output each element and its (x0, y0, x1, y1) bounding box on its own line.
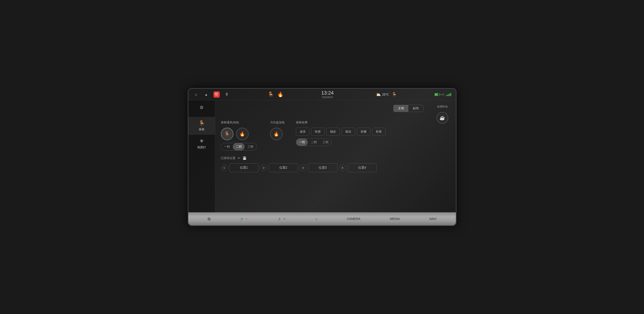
relaxation-button[interactable]: ☕ (436, 112, 448, 124)
navi-label: NAVI (430, 217, 436, 220)
battery-icon (434, 93, 440, 96)
navi-button[interactable]: NAVI (426, 212, 440, 225)
battery-fill (435, 94, 438, 96)
massage-snake[interactable]: 蛇形 (311, 128, 324, 136)
seat-gear-1[interactable]: 一档 (221, 143, 233, 150)
massage-mode-buttons: 波浪 蛇形 猫步 敲击 舒腰 舒肩 (296, 128, 423, 136)
media-button[interactable]: MEDIA (386, 212, 403, 225)
weather-area: ⛅ 25℃ 🪑 (376, 92, 397, 97)
top-center-controls: 🪑 🔥 (268, 92, 284, 98)
seat-heat-icon[interactable]: 🔥 (277, 92, 284, 98)
sidebar-item-seat[interactable]: 🪑 座椅 (188, 117, 215, 135)
clock-area: 13:24 2022/9/19 (321, 90, 334, 98)
massage-shoulder[interactable]: 舒肩 (372, 128, 386, 136)
position-num-1: ① (221, 164, 228, 171)
seat-vent-icon[interactable]: 🪑 (268, 92, 274, 98)
network-label: 4G (441, 93, 445, 96)
relaxation-title: 休憩时光 (437, 105, 448, 108)
date-display: 2022/9/19 (322, 96, 333, 98)
settings-icon[interactable]: ⚙ (200, 105, 204, 110)
temperature-display: 25℃ (382, 93, 389, 96)
time-display: 13:24 (321, 90, 334, 96)
saved-positions-title: 已保存位置 (221, 156, 236, 160)
seat-ventilation-title: 座椅通风/加热 (221, 120, 257, 124)
camera-button[interactable]: CAMERA (344, 212, 364, 225)
edit-icon[interactable]: ✏ (238, 156, 240, 160)
home-button[interactable]: ⌂ (312, 212, 320, 225)
save-icon[interactable]: 💾 (242, 156, 246, 160)
position-btn-3[interactable]: 位置3 (308, 163, 337, 172)
driver-tabs: 主驾 副驾 (393, 105, 423, 112)
seat-sidebar-icon: 🪑 (199, 120, 205, 126)
power-button[interactable]: ⏻ (204, 212, 214, 225)
bottom-bar: ⏻ 🔈 － 🔈 ＋ ⌂ CAMERA MEDIA NAVI (188, 212, 456, 225)
sidebar-item-ambient[interactable]: ✳ 氛围灯 (188, 135, 215, 153)
top-nav-icons: ⌂ ▲ 听 🎙 (193, 92, 230, 98)
microphone-nav-icon[interactable]: 🎙 (224, 92, 230, 98)
seat-ventilation-section: 座椅通风/加热 🪑 🔥 一档 二档 三档 (221, 120, 257, 150)
massage-cat[interactable]: 猫步 (326, 128, 340, 136)
seat-sidebar-label: 座椅 (199, 128, 204, 132)
content-area: 主驾 副驾 座椅通风/加热 🪑 🔥 一档 (215, 100, 429, 212)
right-panel: 休憩时光 ☕ (429, 100, 456, 212)
steering-section: 方向盘加热 🔥 (270, 120, 285, 150)
controls-sections: 座椅通风/加热 🪑 🔥 一档 二档 三档 方向盘加热 (221, 120, 423, 150)
sidebar: ⚙ 🪑 座椅 ✳ 氛围灯 (188, 100, 215, 212)
massage-waist[interactable]: 舒腰 (357, 128, 370, 136)
massage-section: 座椅按摩 波浪 蛇形 猫步 敲击 舒腰 舒肩 一档 二档 三档 (296, 120, 423, 150)
navigation-nav-icon[interactable]: ▲ (203, 92, 210, 98)
massage-gear-2[interactable]: 二档 (308, 139, 320, 146)
seat-gear-selector: 一档 二档 三档 (221, 143, 257, 150)
position-btn-2[interactable]: 位置2 (269, 163, 298, 172)
power-icon: ⏻ (208, 217, 210, 220)
driver-tabs-container: 主驾 副驾 (221, 105, 423, 116)
seat-heat-btn[interactable]: 🔥 (236, 128, 249, 140)
car-infotainment-screen: ⌂ ▲ 听 🎙 🪑 🔥 13:24 2022/9/19 ⛅ 25℃ 🪑 (188, 88, 456, 226)
seat-vent-btn[interactable]: 🪑 (221, 128, 234, 140)
status-bar: ⌂ ▲ 听 🎙 🪑 🔥 13:24 2022/9/19 ⛅ 25℃ 🪑 (188, 89, 456, 100)
signal-bar-4 (450, 93, 451, 96)
seat-comfort-icon: 🪑 (392, 92, 397, 97)
position-num-3: ③ (300, 164, 306, 171)
main-content: ⚙ 🪑 座椅 ✳ 氛围灯 主驾 副驾 (188, 100, 456, 212)
status-icons: 4G (434, 93, 451, 96)
massage-wave[interactable]: 波浪 (296, 128, 309, 136)
seat-gear-2[interactable]: 二档 (233, 143, 244, 150)
seat-icon-buttons: 🪑 🔥 (221, 128, 257, 140)
media-label: MEDIA (390, 217, 400, 220)
signal-bar-2 (448, 94, 448, 96)
massage-title: 座椅按摩 (296, 120, 423, 124)
listen-label: 听 (215, 92, 218, 97)
massage-gear-3[interactable]: 三档 (320, 139, 332, 146)
steering-heat-btn[interactable]: 🔥 (270, 128, 283, 140)
steering-icon-buttons: 🔥 (270, 128, 285, 140)
position-num-2: ② (260, 164, 267, 171)
massage-tap[interactable]: 敲击 (342, 128, 355, 136)
position-btn-1[interactable]: 位置1 (230, 163, 258, 172)
tab-driver[interactable]: 主驾 (394, 105, 408, 112)
volume-down-label: － (245, 217, 248, 221)
weather-icon: ⛅ (376, 92, 381, 97)
listen-nav-icon[interactable]: 听 (214, 92, 220, 98)
signal-bar-3 (449, 94, 450, 96)
tab-passenger[interactable]: 副驾 (408, 105, 423, 112)
volume-up-label: ＋ (283, 217, 286, 221)
steering-title: 方向盘加热 (270, 120, 285, 124)
signal-bars (446, 93, 451, 96)
volume-down-button[interactable]: 🔈 － (237, 212, 252, 225)
home-icon: ⌂ (316, 217, 317, 220)
screen-content: ⌂ ▲ 听 🎙 🪑 🔥 13:24 2022/9/19 ⛅ 25℃ 🪑 (188, 89, 456, 225)
seat-gear-3[interactable]: 三档 (244, 143, 256, 150)
saved-positions-section: 已保存位置 ✏ 💾 ① 位置1 ② 位置2 ③ 位置3 ④ 位置4 (221, 156, 423, 172)
camera-label: CAMERA (347, 217, 360, 220)
positions-row: ① 位置1 ② 位置2 ③ 位置3 ④ 位置4 (221, 163, 423, 172)
volume-down-icon: 🔈 (240, 217, 244, 220)
volume-up-button[interactable]: 🔈 ＋ (274, 212, 289, 225)
ambient-sidebar-icon: ✳ (200, 138, 204, 144)
signal-bar-1 (446, 95, 447, 96)
massage-gear-1[interactable]: 一档 (296, 139, 308, 146)
home-nav-icon[interactable]: ⌂ (193, 92, 199, 98)
volume-up-icon: 🔈 (278, 217, 282, 220)
massage-gear-selector: 一档 二档 三档 (296, 138, 332, 146)
position-btn-4[interactable]: 位置4 (348, 163, 377, 172)
